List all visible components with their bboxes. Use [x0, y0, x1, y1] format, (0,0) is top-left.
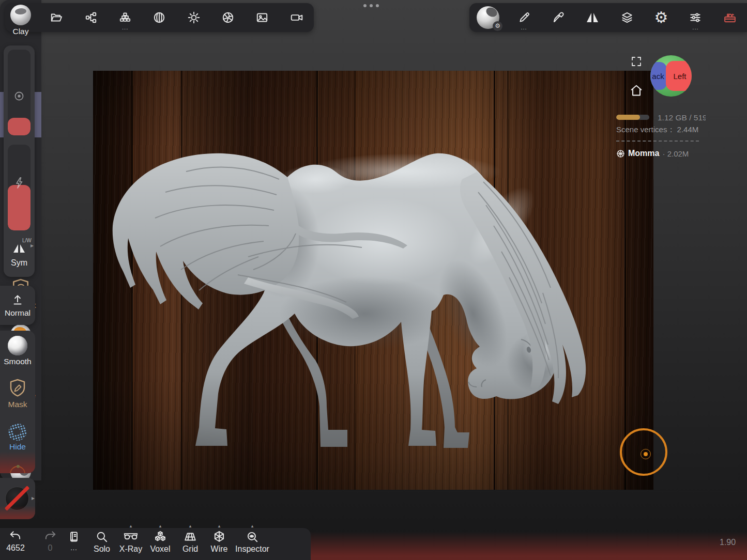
undo-button[interactable]: 4652: [1, 530, 30, 559]
clay-sphere-icon: [10, 5, 31, 25]
stroke-more-dots: ...: [521, 25, 527, 29]
top-right-toolbar: ⚙ ... ⚙ ...: [469, 3, 747, 32]
brush-cursor[interactable]: [620, 428, 667, 476]
mask-label: Mask: [8, 400, 27, 409]
memory-text: 1.12 GB / 519 M: [658, 113, 706, 122]
quick-mask-button[interactable]: Mask: [0, 379, 35, 409]
solo-label: Solo: [94, 545, 110, 554]
settings-gear-icon[interactable]: ⚙: [650, 5, 673, 30]
swipe-up-caret-icon: ▴: [130, 523, 132, 528]
swipe-up-caret-icon: ▴: [218, 523, 221, 528]
memory-bar-fill: [616, 115, 640, 120]
files-icon[interactable]: [45, 5, 68, 30]
scene-vertices: Scene vertices： 2.44M: [616, 125, 698, 135]
brush-cursor-dot: [644, 452, 648, 456]
gizmo-icon-partial[interactable]: [10, 466, 25, 473]
history-button[interactable]: ...: [59, 530, 88, 559]
filters-more-dots: ...: [692, 25, 698, 29]
swipe-up-caret-icon: ▴: [251, 523, 254, 528]
no-material-button[interactable]: ▸: [0, 478, 35, 519]
camera-icon[interactable]: [285, 5, 308, 30]
fullscreen-icon: [630, 55, 643, 68]
filters-icon[interactable]: ...: [684, 5, 707, 30]
wire-label: Wire: [211, 545, 228, 554]
hide-dotted-sphere-icon: [6, 422, 28, 443]
swipe-up-caret-icon: ▴: [189, 523, 192, 528]
wire-sphere-icon: [616, 149, 625, 158]
solo-magnifier-icon: [95, 530, 109, 543]
lighting-icon[interactable]: [182, 5, 205, 30]
voxel-cubes-icon: [154, 530, 167, 543]
layers-icon[interactable]: [616, 5, 638, 30]
stats-separator: [616, 141, 699, 142]
scene-graph-icon[interactable]: [80, 5, 102, 30]
toolbox-icon[interactable]: [719, 5, 741, 30]
top-left-toolbar: ...: [5, 3, 314, 32]
sym-caret-icon: ▸: [31, 242, 34, 249]
symmetry-icon[interactable]: [581, 5, 604, 30]
home-icon: [629, 83, 644, 98]
grid-button[interactable]: ▴ Grid: [176, 530, 205, 559]
memory-bar: [616, 115, 649, 120]
object-row[interactable]: Momma · 2.02M: [616, 149, 689, 158]
tool-clay[interactable]: Clay: [0, 1, 41, 46]
fullscreen-button[interactable]: [630, 55, 643, 68]
quick-hide-button[interactable]: Hide: [0, 424, 35, 452]
history-book-icon: [68, 530, 80, 543]
swipe-up-caret-icon: ▴: [159, 523, 162, 528]
home-view-button[interactable]: [629, 83, 644, 98]
brush-settings-panel: L/W ▸ Sym: [4, 45, 35, 277]
voxel-label: Voxel: [150, 545, 170, 554]
radius-slider[interactable]: [8, 50, 31, 135]
inspector-label: Inspector: [235, 545, 269, 554]
gizmo-back-face[interactable]: ack: [650, 62, 667, 90]
grid-plane-icon: [184, 530, 197, 543]
redo-count: 0: [48, 543, 53, 553]
bottom-toolbar: 4652 0 ... Solo ▴ X-Ray ▴ Voxel ▴ Grid ▴…: [0, 528, 311, 560]
wire-button[interactable]: ▴ Wire: [205, 530, 234, 559]
solo-button[interactable]: Solo: [87, 530, 116, 559]
sym-label: Sym: [4, 258, 35, 268]
object-count: · 2.02M: [662, 149, 689, 158]
background-icon[interactable]: [251, 5, 273, 30]
inspector-eye-icon: [246, 530, 259, 543]
xray-button[interactable]: ▴ X-Ray: [116, 530, 145, 559]
brush-settings-gear-icon[interactable]: ⚙: [493, 21, 502, 31]
drag-handle-dots[interactable]: [363, 4, 379, 7]
mask-shield-icon: [9, 379, 26, 398]
gizmo-left-face[interactable]: Left: [666, 61, 692, 91]
active-brush-preview-icon[interactable]: ⚙: [475, 5, 501, 30]
nomat-caret-icon: ▸: [32, 494, 35, 502]
inspector-button[interactable]: ▴ Inspector: [234, 530, 271, 559]
xray-label: X-Ray: [119, 545, 142, 554]
redo-icon: [43, 530, 57, 542]
postprocess-icon[interactable]: [217, 5, 239, 30]
arrow-up-icon: [11, 293, 24, 307]
smooth-label: Smooth: [4, 357, 31, 366]
canvas-vignette: [93, 71, 653, 490]
quick-smooth-button[interactable]: Smooth: [0, 336, 35, 366]
radius-icon: [8, 90, 31, 102]
sym-button[interactable]: L/W ▸ Sym: [4, 237, 35, 268]
intensity-slider[interactable]: [8, 145, 31, 230]
object-name: Momma: [628, 149, 659, 158]
wireframe-icon: [212, 530, 226, 543]
material-icon[interactable]: [148, 5, 171, 30]
sym-mirror-icon: [12, 243, 26, 254]
orientation-gizmo[interactable]: ack Left: [650, 55, 692, 97]
stroke-icon[interactable]: ...: [513, 5, 536, 30]
undo-icon: [9, 530, 22, 542]
painting-icon[interactable]: [547, 5, 570, 30]
history-more-dots: ...: [70, 545, 77, 552]
viewport-canvas[interactable]: [93, 71, 653, 490]
intensity-icon: [8, 177, 31, 189]
grid-label: Grid: [182, 545, 198, 554]
falloff-normal-button[interactable]: Normal: [0, 286, 35, 325]
voxel-button[interactable]: ▴ Voxel: [146, 530, 175, 559]
normal-label: Normal: [5, 308, 31, 318]
smooth-sphere-icon: [8, 336, 27, 355]
zoom-level: 1.90: [720, 538, 736, 547]
intensity-slider-fill: [8, 185, 31, 230]
topology-more-dots: ...: [122, 25, 128, 29]
topology-icon[interactable]: ...: [114, 5, 136, 30]
